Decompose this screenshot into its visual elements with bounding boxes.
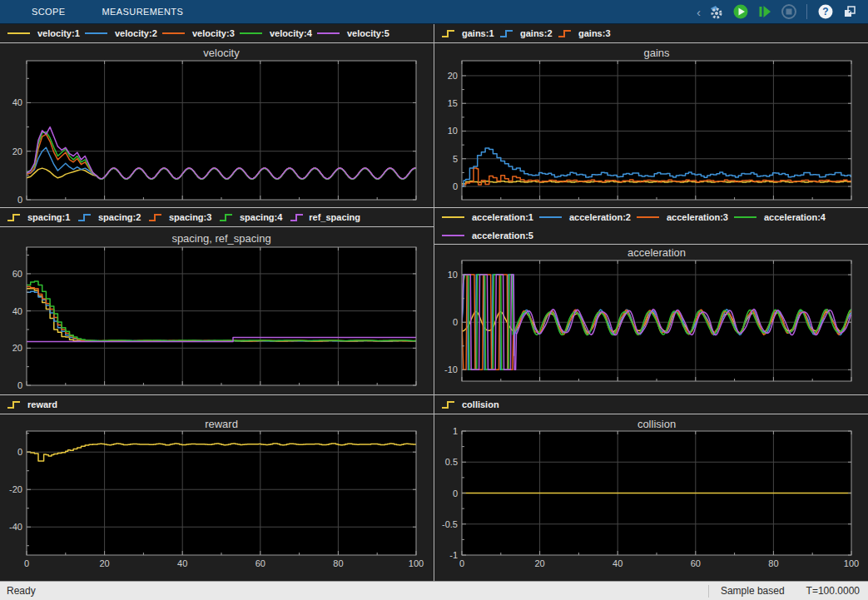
- svg-text:40: 40: [177, 558, 187, 568]
- svg-text:60: 60: [255, 558, 265, 568]
- settings-icon: [708, 3, 725, 20]
- stair-glyph-icon: [7, 399, 22, 409]
- line-glyph-icon: [161, 28, 186, 38]
- legend-label: acceleration:1: [472, 212, 533, 222]
- toolbar-buttons: ‹: [697, 2, 868, 22]
- run-icon: [732, 3, 749, 20]
- svg-text:?: ?: [822, 6, 828, 17]
- legend-item[interactable]: spacing:4: [219, 208, 290, 226]
- legend-label: collision: [462, 399, 499, 409]
- svg-text:0: 0: [453, 181, 458, 191]
- run-button[interactable]: [730, 2, 751, 22]
- legend-acceleration: acceleration:1acceleration:2acceleration…: [434, 207, 868, 245]
- settings-button[interactable]: [706, 2, 727, 22]
- legend-item[interactable]: spacing:1: [7, 208, 77, 226]
- legend-label: spacing:4: [240, 212, 282, 222]
- gains-chart[interactable]: gains05101520: [434, 43, 868, 206]
- legend-label: acceleration:5: [472, 231, 533, 240]
- line-glyph-icon: [316, 28, 341, 38]
- stair-glyph-icon: [499, 28, 514, 38]
- legend-item[interactable]: acceleration:2: [538, 208, 636, 226]
- legend-item[interactable]: gains:3: [558, 24, 616, 42]
- legend-collision: collision: [434, 394, 868, 414]
- svg-text:velocity: velocity: [203, 47, 240, 59]
- svg-text:60: 60: [691, 558, 701, 568]
- svg-text:20: 20: [534, 558, 544, 568]
- legend-item[interactable]: spacing:3: [148, 208, 219, 226]
- svg-text:0: 0: [24, 558, 29, 568]
- legend-label: ref_spacing: [309, 212, 360, 222]
- legend-item[interactable]: velocity:5: [316, 24, 394, 42]
- line-glyph-icon: [441, 212, 466, 222]
- svg-text:0: 0: [17, 447, 22, 457]
- legend-item[interactable]: acceleration:5: [441, 226, 538, 245]
- tab-scope[interactable]: SCOPE: [32, 7, 66, 17]
- dock-icon: [841, 3, 858, 20]
- legend-label: gains:2: [520, 28, 553, 38]
- legend-item[interactable]: ref_spacing: [290, 208, 360, 226]
- tab-measurements[interactable]: MEASUREMENTS: [102, 7, 184, 17]
- step-forward-button[interactable]: [754, 2, 775, 22]
- spacing-chart[interactable]: spacing, ref_spacing0204060: [0, 227, 434, 394]
- collapse-chevron-icon[interactable]: ‹: [697, 6, 701, 18]
- reward-chart[interactable]: reward-40-200020406080100: [0, 414, 434, 581]
- stop-icon: [781, 3, 797, 20]
- stair-glyph-icon: [441, 399, 456, 409]
- step-forward-icon: [756, 3, 773, 20]
- legend-label: acceleration:3: [667, 212, 728, 222]
- line-glyph-icon: [441, 231, 466, 240]
- svg-text:0: 0: [453, 488, 458, 498]
- svg-text:acceleration: acceleration: [627, 246, 686, 259]
- legend-label: gains:3: [578, 28, 611, 38]
- legend-item[interactable]: velocity:4: [239, 24, 316, 42]
- stop-button[interactable]: [778, 2, 799, 22]
- stair-glyph-icon: [7, 212, 22, 222]
- collision-plot: collision-1-0.500.51020406080100: [434, 414, 868, 581]
- help-button[interactable]: ?: [815, 2, 836, 22]
- svg-text:10: 10: [448, 126, 458, 136]
- legend-label: velocity:4: [270, 28, 312, 38]
- svg-text:-40: -40: [9, 522, 22, 532]
- stair-glyph-icon: [219, 212, 234, 222]
- line-glyph-icon: [7, 28, 32, 38]
- collision-chart[interactable]: collision-1-0.500.51020406080100: [434, 414, 868, 581]
- legend-item[interactable]: collision: [441, 395, 499, 414]
- status-message: Ready: [7, 585, 36, 597]
- legend-label: gains:1: [462, 28, 494, 38]
- legend-item[interactable]: reward: [7, 395, 57, 414]
- status-sim-time: T=100.0000: [806, 585, 860, 597]
- legend-label: spacing:1: [27, 212, 70, 222]
- legend-item[interactable]: gains:2: [499, 24, 558, 42]
- legend-item[interactable]: velocity:1: [7, 24, 84, 42]
- svg-text:40: 40: [12, 97, 22, 107]
- svg-text:0: 0: [17, 380, 22, 390]
- legend-item[interactable]: acceleration:3: [636, 208, 733, 226]
- svg-text:100: 100: [844, 558, 859, 568]
- svg-text:0: 0: [453, 317, 458, 327]
- svg-text:-10: -10: [444, 364, 458, 374]
- stair-glyph-icon: [441, 28, 456, 38]
- velocity-chart[interactable]: velocity02040: [0, 43, 434, 206]
- svg-text:80: 80: [333, 558, 343, 568]
- line-glyph-icon: [84, 28, 109, 38]
- legend-item[interactable]: velocity:3: [161, 24, 239, 42]
- stair-glyph-icon: [77, 212, 92, 222]
- dock-button[interactable]: [839, 2, 860, 22]
- acceleration-chart[interactable]: acceleration-10010: [434, 245, 868, 394]
- reward-plot: reward-40-200020406080100: [0, 414, 434, 581]
- column-divider: [434, 24, 434, 581]
- svg-text:20: 20: [448, 71, 458, 81]
- help-icon: ?: [817, 3, 834, 20]
- scope-window: SCOPE MEASUREMENTS ‹: [0, 0, 868, 600]
- toolstrip: SCOPE MEASUREMENTS ‹: [0, 0, 868, 24]
- status-sample-mode: Sample based: [721, 585, 785, 597]
- legend-item[interactable]: gains:1: [441, 24, 499, 42]
- legend-label: acceleration:2: [569, 212, 631, 222]
- legend-gains: gains:1gains:2gains:3: [434, 24, 868, 43]
- legend-item[interactable]: acceleration:1: [441, 208, 538, 226]
- legend-item[interactable]: spacing:2: [77, 208, 148, 226]
- legend-item[interactable]: acceleration:4: [733, 208, 831, 226]
- svg-text:80: 80: [768, 558, 778, 568]
- stair-glyph-icon: [558, 28, 573, 38]
- legend-item[interactable]: velocity:2: [84, 24, 161, 42]
